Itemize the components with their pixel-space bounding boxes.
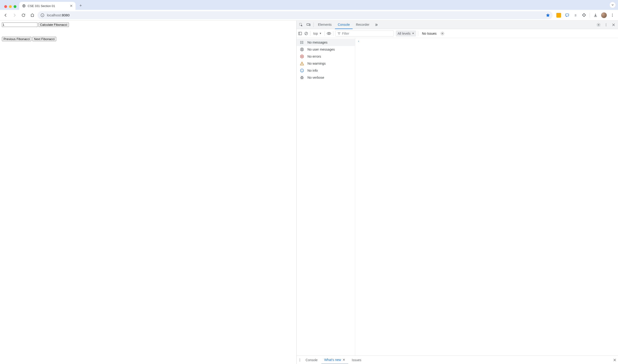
bookmark-star-icon[interactable] <box>546 13 550 18</box>
warning-icon <box>300 61 304 65</box>
devtools-settings-icon[interactable] <box>595 21 602 28</box>
sidebar-label: No errors <box>307 55 321 58</box>
console-settings-icon[interactable] <box>440 31 444 36</box>
devtools-more-icon[interactable] <box>603 21 610 28</box>
live-expression-icon[interactable] <box>327 31 331 36</box>
previous-fibonacci-button[interactable]: Previous Fibonacci <box>2 37 31 41</box>
toggle-sidebar-icon[interactable] <box>298 31 302 36</box>
svg-point-25 <box>301 42 301 43</box>
log-levels-selector[interactable]: All levels ▼ <box>396 30 416 37</box>
window-controls <box>2 5 19 10</box>
execution-context-selector[interactable]: top ▼ <box>312 31 322 36</box>
browser-tab-strip: CSE 331 Section 01 ✕ + <box>0 0 618 10</box>
svg-point-19 <box>328 33 329 34</box>
profile-avatar[interactable] <box>600 12 608 19</box>
sidebar-info[interactable]: No info <box>296 67 355 74</box>
toolbar-right-icons: s <box>554 12 616 19</box>
chrome-menu-icon[interactable] <box>609 12 616 19</box>
console-filter-input[interactable]: Filter <box>335 30 394 37</box>
devtools-close-icon[interactable] <box>610 21 617 28</box>
sidebar-warnings[interactable]: No warnings <box>296 60 355 67</box>
list-icon <box>300 40 304 44</box>
extensions-puzzle-icon[interactable] <box>580 12 588 19</box>
svg-point-7 <box>612 16 613 17</box>
svg-rect-15 <box>299 32 302 35</box>
console-prompt-icon: › <box>358 39 359 43</box>
levels-label: All levels <box>398 32 411 35</box>
devtools-tab-bar: Elements Console Recorder <box>296 21 618 29</box>
downloads-icon[interactable] <box>592 12 599 19</box>
tab-console[interactable]: Console <box>335 21 353 29</box>
site-info-icon[interactable] <box>40 13 44 17</box>
separator <box>590 13 590 18</box>
chevron-down-icon: ▼ <box>412 32 414 35</box>
next-fibonacci-button[interactable]: Next Fibonacci <box>32 37 56 41</box>
home-button[interactable] <box>29 12 36 19</box>
drawer-tab-label: What's new <box>324 356 341 364</box>
svg-point-11 <box>598 24 599 25</box>
fibonacci-input[interactable] <box>2 23 38 27</box>
tab-elements[interactable]: Elements <box>315 21 334 29</box>
reload-button[interactable] <box>20 12 27 19</box>
separator <box>310 31 310 36</box>
extension-chat-icon[interactable] <box>563 12 571 19</box>
close-icon[interactable]: ✕ <box>343 356 345 364</box>
device-toolbar-icon[interactable] <box>305 21 312 28</box>
tab-recorder[interactable]: Recorder <box>353 21 372 29</box>
separator <box>418 31 418 36</box>
sidebar-verbose[interactable]: No verbose <box>296 74 355 81</box>
drawer-tab-console[interactable]: Console <box>303 356 320 364</box>
drawer-tab-whatsnew[interactable]: What's new ✕ <box>322 356 348 364</box>
sidebar-messages[interactable]: No messages <box>296 39 355 46</box>
separator <box>313 23 314 27</box>
new-tab-button[interactable]: + <box>77 2 84 9</box>
window-zoom[interactable] <box>13 5 16 8</box>
svg-point-37 <box>300 359 300 359</box>
tab-close-icon[interactable]: ✕ <box>70 4 73 8</box>
tabs-dropdown-icon[interactable] <box>610 2 616 8</box>
drawer-more-icon[interactable] <box>298 358 302 362</box>
svg-rect-4 <box>565 14 569 16</box>
page-content: Calculate Fibonacci Previous Fibonacci N… <box>0 21 296 364</box>
svg-point-24 <box>301 41 301 42</box>
window-close[interactable] <box>4 5 7 8</box>
sidebar-errors[interactable]: No errors <box>296 53 355 60</box>
devtools-panel: Elements Console Recorder <box>296 21 618 364</box>
console-sidebar: No messages No user messages No errors <box>296 38 355 356</box>
extension-s-icon[interactable]: s <box>572 12 579 19</box>
svg-point-6 <box>612 15 613 15</box>
sidebar-label: No warnings <box>307 62 326 65</box>
extension-yellow-icon[interactable] <box>555 12 563 19</box>
separator <box>333 31 333 36</box>
svg-point-31 <box>302 65 302 65</box>
svg-rect-10 <box>309 24 310 26</box>
clear-console-icon[interactable] <box>304 31 308 36</box>
calculate-button[interactable]: Calculate Fibonacci <box>39 23 69 27</box>
globe-icon <box>22 4 26 8</box>
svg-point-12 <box>606 23 606 24</box>
window-minimize[interactable] <box>9 5 12 8</box>
forward-button[interactable] <box>11 12 18 19</box>
chevron-down-icon: ▼ <box>319 32 322 35</box>
sidebar-user-messages[interactable]: No user messages <box>296 46 355 53</box>
drawer-close-icon[interactable] <box>613 358 617 362</box>
svg-point-5 <box>612 13 613 14</box>
console-output[interactable]: › <box>355 38 618 356</box>
more-tabs-icon[interactable] <box>373 21 380 28</box>
error-icon <box>300 54 304 59</box>
separator <box>324 31 325 36</box>
tab-title: CSE 331 Section 01 <box>28 4 55 8</box>
svg-line-18 <box>305 32 307 34</box>
sidebar-label: No user messages <box>307 48 335 51</box>
filter-placeholder: Filter <box>342 32 349 35</box>
no-issues-label[interactable]: No Issues <box>420 32 438 35</box>
browser-tab[interactable]: CSE 331 Section 01 ✕ <box>19 2 76 10</box>
console-toolbar: top ▼ Filter All levels ▼ No Issues <box>296 29 618 38</box>
svg-point-39 <box>300 361 300 361</box>
inspect-element-icon[interactable] <box>297 21 305 28</box>
drawer-tab-issues[interactable]: Issues <box>349 356 364 364</box>
address-bar[interactable]: localhost:8080 <box>38 11 552 19</box>
svg-rect-9 <box>307 23 309 25</box>
svg-point-26 <box>301 43 301 44</box>
back-button[interactable] <box>2 12 9 19</box>
